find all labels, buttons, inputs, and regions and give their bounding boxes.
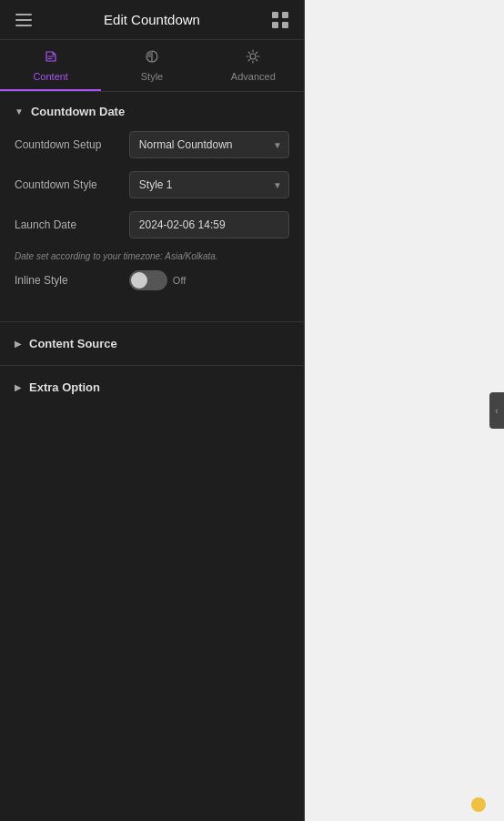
countdown-style-select[interactable]: Style 1 Style 2 Style 3 — [129, 171, 289, 198]
content-source-header[interactable]: ▶ Content Source — [0, 322, 304, 365]
countdown-setup-row: Countdown Setup Normal Countdown Evergre… — [15, 131, 289, 158]
inline-style-row: Inline Style Off — [15, 270, 289, 290]
toggle-knob — [131, 272, 147, 289]
launch-date-label: Launch Date — [15, 218, 129, 231]
hamburger-icon[interactable] — [13, 9, 35, 31]
extra-option-header[interactable]: ▶ Extra Option — [0, 366, 304, 409]
grid-icon[interactable] — [269, 9, 291, 31]
countdown-date-section: ▼ Countdown Date Countdown Setup Normal … — [0, 92, 304, 318]
tab-advanced-label: Advanced — [231, 71, 276, 82]
style-tab-icon — [145, 49, 159, 67]
countdown-style-label: Countdown Style — [15, 178, 129, 191]
tabs-bar: Content Style Advanced — [0, 40, 304, 92]
countdown-style-row: Countdown Style Style 1 Style 2 Style 3 … — [15, 171, 289, 198]
panel-toggle-button[interactable]: ‹ — [489, 392, 504, 429]
content-tab-icon — [44, 49, 58, 67]
panel-title: Edit Countdown — [35, 12, 269, 27]
countdown-setup-control: Normal Countdown Evergreen Countdown ▼ — [129, 131, 289, 158]
launch-date-row: Launch Date — [15, 211, 289, 238]
launch-date-input[interactable] — [129, 211, 289, 238]
svg-rect-4 — [282, 12, 288, 18]
right-panel: ‹ — [305, 0, 504, 821]
inline-style-control: Off — [129, 270, 289, 290]
content-source-section: ▶ Content Source — [0, 321, 304, 365]
content-source-chevron-icon: ▶ — [15, 339, 22, 349]
countdown-style-control: Style 1 Style 2 Style 3 ▼ — [129, 171, 289, 198]
svg-rect-0 — [15, 14, 32, 15]
content-source-title: Content Source — [29, 337, 117, 350]
inline-style-label: Inline Style — [15, 274, 129, 287]
svg-rect-3 — [272, 12, 278, 18]
countdown-setup-select[interactable]: Normal Countdown Evergreen Countdown — [129, 131, 289, 158]
countdown-date-body: Countdown Setup Normal Countdown Evergre… — [0, 127, 304, 318]
countdown-style-select-wrapper: Style 1 Style 2 Style 3 ▼ — [129, 171, 289, 198]
countdown-date-section-title: Countdown Date — [31, 105, 125, 118]
tab-advanced[interactable]: Advanced — [203, 40, 304, 91]
countdown-setup-label: Countdown Setup — [15, 138, 129, 151]
advanced-tab-icon — [246, 49, 260, 67]
tab-style[interactable]: Style — [101, 40, 202, 91]
inline-style-toggle[interactable] — [129, 270, 167, 290]
header: Edit Countdown — [0, 0, 304, 40]
extra-option-section: ▶ Extra Option — [0, 365, 304, 409]
tab-style-label: Style — [141, 71, 163, 82]
svg-point-8 — [250, 54, 256, 59]
inline-style-toggle-label: Off — [173, 275, 186, 286]
svg-rect-1 — [15, 19, 32, 21]
timezone-note: Date set according to your timezone: Asi… — [15, 251, 289, 261]
yellow-dot — [471, 797, 486, 812]
svg-rect-2 — [15, 25, 32, 26]
launch-date-control — [129, 211, 289, 238]
svg-rect-5 — [272, 22, 278, 28]
svg-rect-6 — [282, 22, 288, 28]
countdown-date-arrow: ▼ — [15, 106, 24, 117]
tab-content-label: Content — [33, 71, 68, 82]
countdown-date-section-header[interactable]: ▼ Countdown Date — [0, 92, 304, 127]
countdown-setup-select-wrapper: Normal Countdown Evergreen Countdown ▼ — [129, 131, 289, 158]
inline-style-toggle-wrapper: Off — [129, 270, 289, 290]
extra-option-chevron-icon: ▶ — [15, 382, 22, 392]
tab-content[interactable]: Content — [0, 40, 101, 91]
panel-toggle-icon: ‹ — [495, 406, 498, 416]
extra-option-title: Extra Option — [29, 380, 100, 394]
